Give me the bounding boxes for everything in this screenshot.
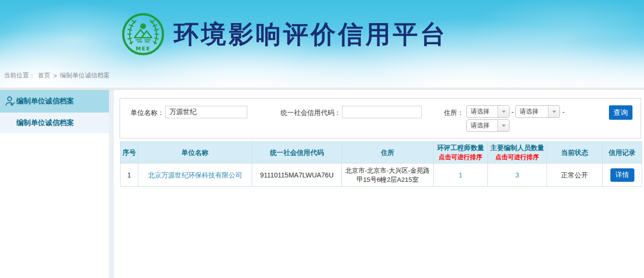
breadcrumb: 当前位置： 首页 > 编制单位诚信档案 [4,71,110,80]
cell-staff-count: 3 [488,164,547,187]
unit-name-label: 单位名称： [120,109,164,117]
dropdown-arrow-button[interactable] [548,106,559,117]
col-header-unit-name: 单位名称 [138,142,252,164]
credit-code-input[interactable] [342,106,422,118]
cell-no: 1 [121,164,138,187]
query-button[interactable]: 查询 [609,105,632,120]
cell-credit-record: 详情 [603,164,642,187]
sidebar-content-divider [109,90,114,278]
region-select-district-value: 请选择 [467,120,498,131]
dropdown-arrow-button[interactable] [498,106,509,117]
region-select-city[interactable]: 请选择 [515,105,560,118]
chevron-down-icon [502,111,506,113]
region-select-province[interactable]: 请选择 [466,105,510,118]
breadcrumb-home-link[interactable]: 首页 [38,71,50,80]
col-header-staff-count[interactable]: 主要编制人员数量 点击可进行排序 [488,142,547,164]
content: 单位名称： 统一社会信用代码： 住所： 请选择 - 请选择 [114,90,644,278]
cell-engineer-count: 1 [434,164,488,187]
col-header-status: 当前状态 [547,142,603,164]
col-header-staff-count-title: 主要编制人员数量 [490,144,544,152]
breadcrumb-prefix: 当前位置： [4,71,35,80]
results-table: 序号 单位名称 统一社会信用代码 住所 环评工程师数量 点击可进行排序 主要编制… [120,141,642,187]
credit-code-label: 统一社会信用代码： [255,109,341,117]
col-header-address: 住所 [342,142,434,164]
address-label: 住所： [428,109,464,117]
region-select-district[interactable]: 请选择 [466,119,510,132]
chevron-down-icon [502,125,506,127]
cell-credit-code: 91110115MA7LWUA76U [252,164,342,187]
main: 编制单位诚信档案 编制单位诚信档案 单位名称： 统一社会信用代码： 住所： 请选… [0,90,644,278]
engineer-count-link[interactable]: 1 [459,171,462,179]
col-header-no: 序号 [121,142,138,164]
page: MEE 环境影响评价信用平台 当前位置： 首页 > 编制单位诚信档案 编制单位诚… [0,0,644,278]
site-header: MEE 环境影响评价信用平台 当前位置： 首页 > 编制单位诚信档案 [0,0,644,88]
sidebar: 编制单位诚信档案 编制单位诚信档案 [0,90,109,278]
col-header-engineer-count-title: 环评工程师数量 [437,144,484,152]
region-select-province-value: 请选择 [467,106,498,117]
search-panel: 单位名称： 统一社会信用代码： 住所： 请选择 - 请选择 [120,98,641,139]
sidebar-item-unit-credit-archive[interactable]: 编制单位诚信档案 [0,90,109,113]
user-check-icon [4,95,16,107]
col-header-credit-code: 统一社会信用代码 [252,142,342,164]
cell-unit-name: 北京万源世纪环保科技有限公司 [138,164,252,187]
logo-text: MEE [135,46,151,52]
region-dash: - [511,108,514,116]
table-header-row: 序号 单位名称 统一社会信用代码 住所 环评工程师数量 点击可进行排序 主要编制… [121,142,642,164]
region-select-city-value: 请选择 [516,106,548,117]
sidebar-subitem-unit-credit-archive[interactable]: 编制单位诚信档案 [0,113,109,133]
sidebar-item-label: 编制单位诚信档案 [16,97,74,106]
unit-name-input[interactable] [165,106,247,118]
mee-logo-icon: MEE [121,12,165,56]
cell-status: 正常公开 [547,164,603,187]
col-header-credit-record: 信用记录 [603,142,642,164]
unit-name-link[interactable]: 北京万源世纪环保科技有限公司 [148,171,242,179]
breadcrumb-separator: > [53,72,57,79]
region-dash: - [562,108,565,116]
sort-hint[interactable]: 点击可进行排序 [490,152,545,162]
cell-address: 北京市-北京市-大兴区-金苑路甲15号6幢2层A215室 [342,164,434,187]
sort-hint[interactable]: 点击可进行排序 [436,152,486,162]
dropdown-arrow-button[interactable] [498,120,509,131]
table-row: 1 北京万源世纪环保科技有限公司 91110115MA7LWUA76U 北京市-… [121,164,642,187]
site-title: 环境影响评价信用平台 [174,12,448,56]
brand: MEE 环境影响评价信用平台 [121,12,448,57]
sidebar-subitem-label: 编制单位诚信档案 [16,118,74,127]
staff-count-link[interactable]: 3 [515,171,519,179]
col-header-engineer-count[interactable]: 环评工程师数量 点击可进行排序 [434,142,488,164]
detail-button[interactable]: 详情 [610,168,634,182]
breadcrumb-current: 编制单位诚信档案 [60,71,110,80]
chevron-down-icon [552,111,556,113]
